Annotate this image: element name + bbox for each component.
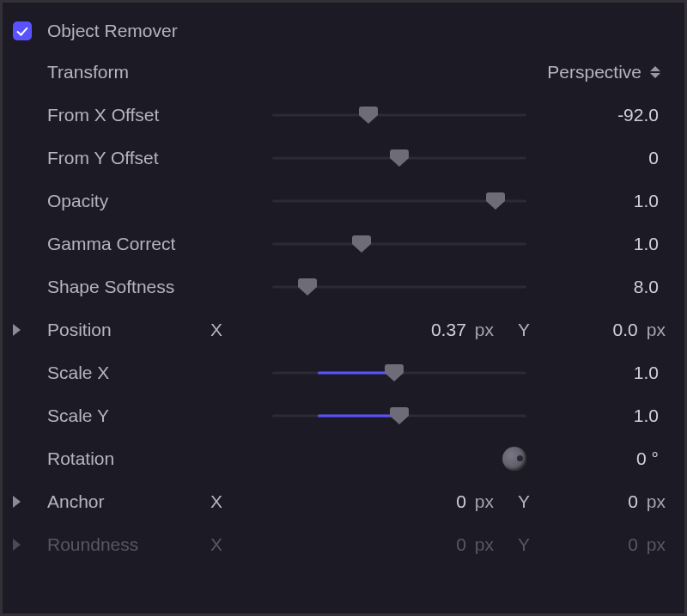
roundness-y-unit: px [647, 534, 666, 555]
slider-thumb-icon [298, 278, 317, 296]
slider-thumb-icon [390, 149, 409, 167]
scale-y-label: Scale Y [39, 406, 262, 426]
position-row: Position X 0.37 px Y 0.0 px [13, 308, 674, 351]
anchor-row: Anchor X 0 px Y 0 px [13, 480, 674, 523]
roundness-x-group[interactable]: X 0 px [210, 534, 502, 555]
slider-thumb-icon [390, 407, 409, 424]
transform-label: Transform [39, 62, 262, 82]
roundness-row: Roundness X 0 px Y 0 px [13, 523, 674, 566]
opacity-slider[interactable] [272, 192, 526, 210]
rotation-unit: ° [652, 448, 659, 468]
rotation-dial[interactable] [502, 447, 526, 471]
rotation-label: Rotation [39, 448, 262, 469]
position-y-label: Y [502, 320, 526, 340]
effect-title: Object Remover [39, 21, 674, 41]
roundness-label: Roundness [39, 534, 210, 555]
from-x-offset-slider[interactable] [272, 107, 526, 124]
anchor-x-group[interactable]: X 0 px [210, 491, 502, 512]
slider-thumb-icon [486, 192, 505, 210]
scale-x-label: Scale X [39, 363, 262, 383]
chevron-right-icon[interactable] [13, 496, 21, 508]
from-y-offset-row: From Y Offset 0 [13, 137, 674, 180]
from-y-offset-slider[interactable] [272, 149, 526, 167]
gamma-correct-row: Gamma Correct 1.0 [13, 223, 674, 265]
anchor-label: Anchor [39, 491, 210, 512]
gamma-correct-slider[interactable] [272, 235, 526, 253]
position-y-value: 0.0 [526, 320, 643, 340]
scale-x-slider[interactable] [272, 364, 526, 381]
slider-thumb-icon [352, 235, 371, 253]
shape-softness-row: Shape Softness 8.0 [13, 265, 674, 308]
slider-thumb-icon [359, 107, 378, 124]
slider-thumb-icon [385, 364, 404, 381]
anchor-x-unit: px [475, 491, 494, 512]
roundness-x-unit: px [475, 534, 494, 555]
roundness-x-value: 0 [234, 534, 471, 555]
roundness-y-group[interactable]: Y 0 px [502, 534, 674, 555]
effect-enable-checkbox[interactable] [13, 21, 32, 40]
gamma-correct-label: Gamma Correct [39, 234, 262, 254]
anchor-y-label: Y [502, 491, 526, 512]
anchor-y-group[interactable]: Y 0 px [502, 491, 674, 512]
scale-y-value[interactable]: 1.0 [537, 406, 674, 426]
from-y-offset-value[interactable]: 0 [537, 148, 674, 168]
transform-row: Transform Perspective [13, 51, 674, 94]
scale-y-slider[interactable] [272, 407, 526, 424]
position-x-value: 0.37 [234, 320, 471, 340]
dial-indicator-icon [517, 455, 523, 461]
gamma-correct-value[interactable]: 1.0 [537, 234, 674, 254]
position-y-unit: px [647, 320, 666, 340]
rotation-value: 0 [636, 448, 647, 468]
anchor-y-value: 0 [526, 491, 643, 512]
opacity-label: Opacity [39, 191, 262, 211]
shape-softness-slider[interactable] [272, 278, 526, 296]
rotation-value-group[interactable]: 0 ° [537, 448, 674, 469]
anchor-y-unit: px [647, 491, 666, 512]
position-y-group[interactable]: Y 0.0 px [502, 320, 674, 340]
roundness-y-label: Y [502, 534, 526, 555]
anchor-x-label: X [210, 491, 234, 512]
transform-dropdown[interactable]: Perspective [262, 62, 674, 82]
effect-inspector-panel: Object Remover Transform Perspective Fro… [0, 0, 687, 616]
chevron-right-icon[interactable] [13, 324, 21, 336]
opacity-row: Opacity 1.0 [13, 180, 674, 223]
effect-header: Object Remover [13, 11, 674, 51]
opacity-value[interactable]: 1.0 [537, 191, 674, 211]
rotation-row: Rotation 0 ° [13, 437, 674, 480]
updown-icon [650, 66, 660, 78]
position-label: Position [39, 320, 210, 340]
roundness-x-label: X [210, 534, 234, 555]
scale-x-value[interactable]: 1.0 [537, 363, 674, 383]
shape-softness-value[interactable]: 8.0 [537, 277, 674, 297]
scale-x-row: Scale X 1.0 [13, 351, 674, 394]
from-x-offset-value[interactable]: -92.0 [537, 105, 674, 125]
check-icon [16, 24, 27, 36]
from-x-offset-label: From X Offset [39, 105, 262, 125]
shape-softness-label: Shape Softness [39, 277, 262, 297]
chevron-right-icon[interactable] [13, 539, 21, 551]
anchor-x-value: 0 [234, 491, 471, 512]
from-x-offset-row: From X Offset -92.0 [13, 94, 674, 137]
position-x-unit: px [475, 320, 494, 340]
roundness-y-value: 0 [526, 534, 643, 555]
scale-y-row: Scale Y 1.0 [13, 394, 674, 437]
position-x-group[interactable]: X 0.37 px [210, 320, 502, 340]
transform-value: Perspective [547, 62, 641, 82]
position-x-label: X [210, 320, 234, 340]
from-y-offset-label: From Y Offset [39, 148, 262, 168]
